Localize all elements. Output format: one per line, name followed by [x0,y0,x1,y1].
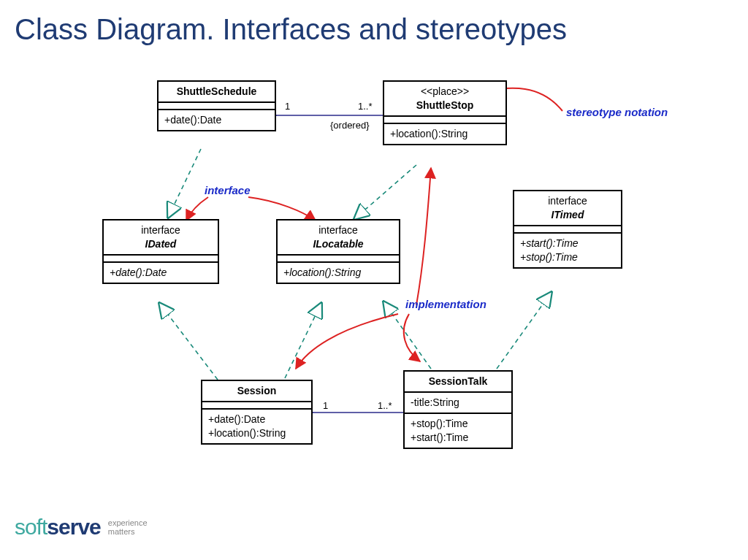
class-header: interface IDated [104,220,218,256]
attr: -title:String [411,396,505,410]
class-shuttlestop: <<place>> ShuttleStop +location():String [383,80,507,145]
op: +date():Date [164,113,269,127]
class-header: <<place>> ShuttleStop [384,82,505,117]
class-attrs-empty [514,226,621,234]
interface-itimed: interface ITimed +start():Time +stop():T… [513,190,622,269]
op: +date():Date [110,266,212,280]
op: +stop():Time [520,250,615,264]
logo-part1: soft [15,515,47,539]
class-attrs-empty [202,402,311,410]
class-ops: +date():Date [159,110,275,130]
class-name: ShuttleSchedule [159,82,275,103]
op: +start():Time [520,237,615,250]
class-name: ITimed [520,208,615,222]
logo-part2: serve [47,515,100,539]
class-attrs: -title:String [405,393,511,414]
class-header: interface ITimed [514,191,621,226]
multiplicity-left: 1 [285,101,290,112]
multiplicity-right: 1..* [358,101,373,112]
note-implementation: implementation [405,298,486,310]
op: +location():String [208,426,305,440]
multiplicity-right: 1..* [378,400,392,411]
class-name: ILocatable [283,237,393,251]
class-name: ShuttleStop [390,99,500,112]
class-attrs-empty [104,256,218,263]
class-ops: +date():Date +location():String [202,410,311,443]
interface-idated: interface IDated +date():Date [102,219,219,284]
svg-line-5 [285,303,321,378]
op: +location():String [283,266,393,280]
stereotype: <<place>> [390,85,500,99]
class-name: SessionTalk [405,372,511,393]
svg-line-4 [159,303,218,380]
class-shuttleschedule: ShuttleSchedule +date():Date [157,80,276,131]
stereotype: interface [520,194,615,208]
stereotype: interface [110,223,212,237]
class-sessiontalk: SessionTalk -title:String +stop():Time +… [403,370,513,449]
svg-line-2 [168,149,201,218]
note-stereotype: stereotype notation [566,106,668,118]
svg-line-6 [383,302,431,369]
stereotype: interface [283,223,393,237]
class-header: interface ILocatable [278,220,399,256]
class-attrs-empty [278,256,399,263]
op: +stop():Time [411,417,505,431]
class-ops: +start():Time +stop():Time [514,234,621,267]
interface-ilocatable: interface ILocatable +location():String [276,219,400,284]
class-name: IDated [110,237,212,251]
svg-line-3 [354,165,416,219]
op: +date():Date [208,413,305,426]
class-ops: +stop():Time +start():Time [405,414,511,448]
class-session: Session +date():Date +location():String [201,380,313,445]
class-attrs-empty [159,103,275,110]
op: +start():Time [411,431,505,445]
logo-tagline: experiencematters [108,518,148,536]
constraint-ordered: {ordered} [330,120,370,131]
class-name: Session [202,381,311,402]
class-ops: +location():String [384,124,505,144]
class-attrs-empty [384,117,505,124]
class-ops: +location():String [278,263,399,283]
class-ops: +date():Date [104,263,218,283]
multiplicity-left: 1 [323,400,328,411]
op: +location():String [390,127,500,141]
slide-title: Class Diagram. Interfaces and stereotype… [15,13,567,46]
svg-line-7 [497,292,552,369]
note-interface: interface [205,184,251,196]
logo: softserve experiencematters [15,515,148,540]
